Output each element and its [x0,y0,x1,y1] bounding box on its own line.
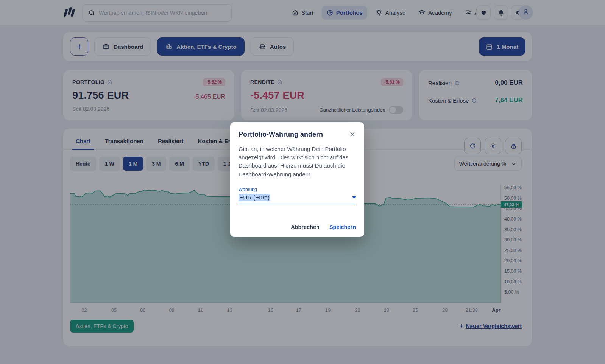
modal-title: Portfolio-Währung ändern [239,131,323,138]
modal-description: Gibt an, in welcher Währung Dein Portfol… [239,145,356,179]
currency-field-label: Währung [239,187,356,192]
currency-select-value: EUR (Euro) [239,194,270,201]
cancel-button[interactable]: Abbrechen [291,224,320,230]
currency-modal: Portfolio-Währung ändern Gibt an, in wel… [230,122,364,237]
dropdown-caret-icon [352,196,356,199]
save-button[interactable]: Speichern [329,224,356,230]
currency-select[interactable]: EUR (Euro) [239,194,356,204]
close-icon[interactable] [349,131,356,139]
